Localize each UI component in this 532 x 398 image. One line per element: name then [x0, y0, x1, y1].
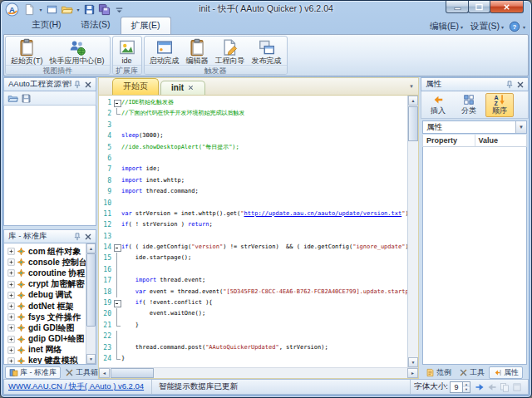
expand-icon[interactable]: [7, 313, 15, 321]
back-icon[interactable]: [487, 382, 497, 392]
close-button[interactable]: [490, 1, 524, 13]
fold-marker[interactable]: [113, 297, 121, 308]
close-icon[interactable]: [187, 84, 195, 91]
code-line[interactable]: 12if( ! strVersion ) return;: [99, 219, 407, 230]
ide-button[interactable]: ide: [115, 37, 140, 65]
spin-down-icon[interactable]: ▼: [463, 387, 470, 392]
forward-icon[interactable]: [475, 382, 485, 392]
ribbon-tab-2[interactable]: 扩展(E): [121, 17, 171, 34]
expand-icon[interactable]: [7, 336, 15, 343]
library-tab-0[interactable]: 库 - 标准库: [5, 366, 61, 379]
code-line[interactable]: 23 thread.command.post("AAutoQuickerUpda…: [99, 342, 407, 353]
code-area[interactable]: 1//IDE初始化触发器2//下面的代码在快手开发环境初始完成以后触发34sle…: [99, 97, 407, 367]
properties-tab-0[interactable]: 范例: [422, 366, 455, 379]
project-open-icon[interactable]: [7, 93, 18, 104]
scroll-up-icon[interactable]: ▲: [86, 243, 96, 253]
code-line[interactable]: 16: [99, 264, 407, 275]
code-line[interactable]: 14if( ( ide.getConfig("version") != strV…: [99, 242, 407, 253]
code-editor[interactable]: 1//IDE初始化触发器2//下面的代码在快手开发环境初始完成以后触发34sle…: [99, 96, 418, 367]
expand-icon[interactable]: [7, 324, 15, 332]
editor-button[interactable]: 编辑器: [183, 37, 212, 65]
scroll-up-icon[interactable]: ▲: [408, 96, 418, 106]
scrollbar-thumb[interactable]: [111, 368, 154, 378]
menu-item-0[interactable]: 编辑(E)▾: [427, 19, 466, 34]
code-line[interactable]: 4sleep(3000);: [99, 130, 407, 141]
code-line[interactable]: 24}: [99, 353, 407, 364]
properties-selector[interactable]: 属性 ▼: [422, 120, 527, 134]
code-line[interactable]: 9import thread.command;: [99, 186, 407, 197]
code-line[interactable]: 18 var event = thread.event("[5D345FB2-C…: [99, 287, 407, 297]
startpage-button[interactable]: 起始页(T): [7, 37, 47, 65]
scroll-right-icon[interactable]: ►: [407, 368, 418, 378]
code-line[interactable]: 17 import thread.event;: [99, 275, 407, 286]
editor-hscrollbar[interactable]: ◄ ►: [99, 367, 418, 378]
library-item[interactable]: gdip GDI+绘图: [6, 334, 96, 345]
code-line[interactable]: 5//ide.showDesktopAlert("每日提示");: [99, 142, 407, 153]
project-save-icon[interactable]: [21, 93, 32, 104]
fold-marker[interactable]: [113, 242, 121, 253]
pin-icon[interactable]: [72, 80, 82, 90]
properties-table-body[interactable]: [422, 147, 527, 365]
code-line[interactable]: 7import ide;: [99, 164, 407, 174]
frame-icon[interactable]: [512, 382, 522, 392]
library-tab-1[interactable]: 工具箱: [62, 366, 101, 379]
pin-icon[interactable]: [72, 232, 82, 242]
expand-icon[interactable]: [7, 258, 15, 266]
code-line[interactable]: 15 ide.startpage();: [99, 253, 407, 263]
properties-tab-2[interactable]: 属性: [489, 366, 523, 379]
library-item[interactable]: inet 网络: [6, 345, 96, 356]
code-line[interactable]: 3: [99, 120, 407, 130]
font-size-stepper[interactable]: 9 ▲▼: [450, 381, 470, 393]
expand-icon[interactable]: [7, 269, 15, 277]
code-line[interactable]: 8import inet.whttp;: [99, 175, 407, 186]
library-item[interactable]: crypt 加密解密: [6, 279, 96, 290]
code-line[interactable]: 10: [99, 198, 407, 209]
insert-button[interactable]: 插入: [424, 93, 452, 117]
ribbon-tab-1[interactable]: 语法(S): [71, 17, 121, 34]
library-item[interactable]: dotNet 框架: [6, 301, 96, 312]
menu-item-1[interactable]: 设置(S)▾: [468, 19, 506, 34]
pin-icon[interactable]: [505, 80, 515, 90]
chevron-down-icon[interactable]: ▾: [523, 24, 525, 30]
categorize-button[interactable]: 分类: [455, 93, 483, 117]
expand-icon[interactable]: [7, 302, 15, 310]
tab-list-dropdown-icon[interactable]: ▼: [409, 84, 414, 89]
help-icon[interactable]: ?: [509, 21, 520, 32]
wizard-button[interactable]: 工程向导: [212, 37, 249, 65]
scrollbar-thumb[interactable]: [86, 253, 96, 327]
code-line[interactable]: 21 }: [99, 320, 407, 331]
editor-tab-1[interactable]: init: [160, 81, 205, 95]
ribbon-tab-0[interactable]: 主页(H): [22, 17, 71, 34]
library-item[interactable]: debug 调试: [6, 290, 96, 301]
close-icon[interactable]: [83, 232, 93, 242]
library-item[interactable]: key 键盘模拟: [6, 356, 96, 365]
title-bar[interactable]: A ▾▾ init - 快手( AAuto Quicker ) v6.2.04: [1, 1, 531, 17]
pages-icon[interactable]: [500, 382, 510, 392]
publish-button[interactable]: 发布完成: [249, 37, 285, 65]
expand-icon[interactable]: [7, 357, 15, 365]
minimize-button[interactable]: [446, 1, 469, 13]
code-line[interactable]: 19 if( !event.conflict ){: [99, 297, 407, 308]
scroll-left-icon[interactable]: ◄: [99, 368, 110, 378]
library-item[interactable]: gdi GDI绘图: [6, 322, 96, 333]
expand-icon[interactable]: [7, 248, 15, 255]
editor-tab-0[interactable]: 开始页: [112, 78, 159, 95]
code-line[interactable]: 1//IDE初始化触发器: [99, 97, 407, 108]
library-item[interactable]: console 控制台窗口: [6, 257, 96, 268]
code-line[interactable]: 2//下面的代码在快手开发环境初始完成以后触发: [99, 108, 407, 119]
library-item[interactable]: coroutine 协程: [6, 268, 96, 278]
expand-icon[interactable]: [7, 292, 15, 299]
app-center-button[interactable]: 快手应用中心(B): [47, 37, 108, 65]
scroll-down-icon[interactable]: ▼: [408, 357, 418, 367]
close-icon[interactable]: [515, 80, 525, 90]
maximize-button[interactable]: [468, 1, 490, 13]
sort-button[interactable]: AZ顺序: [485, 93, 514, 117]
code-line[interactable]: 6: [99, 153, 407, 164]
scrollbar-thumb[interactable]: [408, 106, 418, 141]
startup-done-button[interactable]: 启动完成: [146, 37, 183, 65]
code-line[interactable]: 22: [99, 331, 407, 341]
library-scrollbar[interactable]: ▲ ▼: [86, 243, 96, 364]
expand-icon[interactable]: [7, 281, 15, 288]
properties-tab-1[interactable]: 工具: [456, 366, 488, 379]
editor-vscrollbar[interactable]: ▲ ▼: [407, 96, 418, 367]
